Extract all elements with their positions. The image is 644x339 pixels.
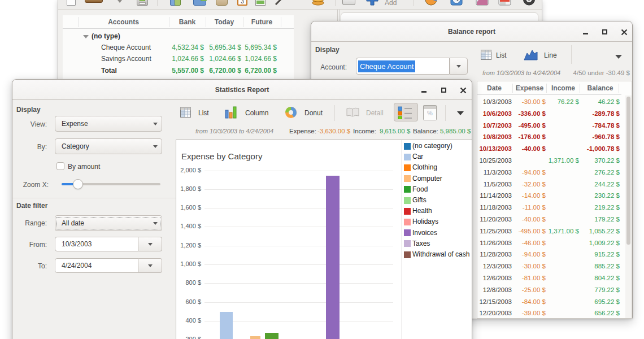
svg-text:%: % [427,110,433,116]
